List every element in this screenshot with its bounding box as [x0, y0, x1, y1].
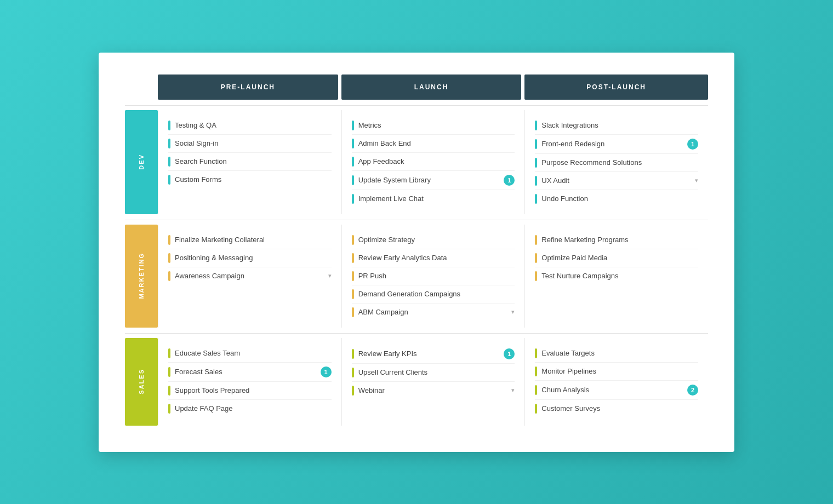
task-item[interactable]: Testing & QA — [168, 117, 332, 135]
task-bar — [535, 176, 537, 186]
task-item[interactable]: Optimize Paid Media — [535, 249, 698, 267]
task-bar — [168, 386, 170, 396]
task-item[interactable]: Upsell Current Clients — [352, 364, 515, 382]
task-name: Forecast Sales — [175, 368, 222, 376]
task-bar — [535, 385, 537, 395]
task-bar — [352, 121, 354, 130]
task-item[interactable]: Churn Analysis2 — [535, 381, 698, 400]
dropdown-icon[interactable]: ▾ — [695, 177, 698, 184]
task-item[interactable]: UX Audit▾ — [535, 172, 698, 190]
task-item[interactable]: ABM Campaign▾ — [352, 303, 515, 321]
task-name: ABM Campaign — [358, 308, 408, 316]
dropdown-icon[interactable]: ▾ — [511, 308, 515, 316]
col-header-postlaunch: POST-LAUNCH — [524, 75, 708, 100]
task-item[interactable]: App Feedback — [352, 153, 515, 171]
task-name: Update System Library — [358, 176, 431, 184]
task-name: Finalize Marketing Collateral — [175, 236, 265, 244]
rows-container: DEVTesting & QASocial Sign-inSearch Func… — [125, 105, 708, 426]
task-item[interactable]: Custom Forms — [168, 171, 332, 188]
task-bar — [352, 235, 354, 245]
main-card: PRE-LAUNCH LAUNCH POST-LAUNCH DEVTesting… — [99, 53, 734, 452]
cell-sales-prelaunch: Educate Sales TeamForecast Sales1Support… — [158, 338, 341, 426]
task-item[interactable]: Undo Function — [535, 190, 698, 208]
task-name: Educate Sales Team — [175, 349, 240, 357]
task-name: Admin Back End — [358, 139, 411, 147]
task-item[interactable]: Refine Marketing Programs — [535, 231, 698, 249]
dropdown-icon[interactable]: ▾ — [328, 272, 332, 279]
task-item[interactable]: Finalize Marketing Collateral — [168, 231, 332, 249]
task-bar — [535, 121, 537, 130]
task-item[interactable]: Update System Library1 — [352, 171, 515, 190]
task-name: Review Early Analytics Data — [358, 254, 447, 262]
task-name: Customer Surveys — [541, 404, 600, 413]
task-item[interactable]: Demand Generation Campaigns — [352, 285, 515, 303]
task-item[interactable]: Monitor Pipelines — [535, 363, 698, 381]
task-item[interactable]: Search Function — [168, 153, 332, 171]
task-name: Optimize Paid Media — [541, 254, 607, 262]
task-item[interactable]: Awareness Campaign▾ — [168, 267, 332, 285]
section-sales: SALESEducate Sales TeamForecast Sales1Su… — [125, 333, 708, 426]
task-bar — [535, 158, 537, 168]
task-bar — [168, 175, 170, 185]
task-name: Awareness Campaign — [175, 272, 244, 280]
task-bar — [352, 271, 354, 281]
task-name: Custom Forms — [175, 175, 221, 184]
cell-marketing-launch: Optimize StrategyReview Early Analytics … — [341, 225, 525, 328]
task-item[interactable]: Evaluate Targets — [535, 345, 698, 363]
task-name: Social Sign-in — [175, 139, 219, 147]
task-name: Implement Live Chat — [358, 194, 424, 203]
task-bar — [535, 139, 537, 149]
task-item[interactable]: Admin Back End — [352, 135, 515, 153]
task-item[interactable]: Educate Sales Team — [168, 345, 332, 363]
section-marketing: MARKETINGFinalize Marketing CollateralPo… — [125, 220, 708, 328]
task-item[interactable]: Webinar▾ — [352, 382, 515, 399]
task-item[interactable]: Metrics — [352, 117, 515, 135]
dropdown-icon[interactable]: ▾ — [511, 387, 515, 394]
task-name: Search Function — [175, 157, 227, 165]
row-label-text-sales: SALES — [138, 369, 145, 394]
task-item[interactable]: Purpose Recommend Solutions — [535, 154, 698, 172]
task-bar — [168, 348, 170, 358]
task-item[interactable]: PR Push — [352, 267, 515, 285]
task-item[interactable]: Test Nurture Campaigns — [535, 267, 698, 285]
task-item[interactable]: Review Early KPIs1 — [352, 345, 515, 364]
task-name: PR Push — [358, 272, 386, 280]
task-item[interactable]: Social Sign-in — [168, 135, 332, 153]
task-item[interactable]: Update FAQ Page — [168, 400, 332, 417]
cell-sales-postlaunch: Evaluate TargetsMonitor PipelinesChurn A… — [524, 338, 708, 426]
task-name: Review Early KPIs — [358, 350, 417, 358]
task-item[interactable]: Positioning & Messaging — [168, 249, 332, 267]
task-bar — [168, 139, 170, 148]
task-bar — [352, 307, 354, 317]
task-bar — [352, 253, 354, 263]
cell-marketing-postlaunch: Refine Marketing ProgramsOptimize Paid M… — [524, 225, 708, 328]
row-label-dev: DEV — [125, 110, 158, 214]
task-bar — [535, 235, 537, 245]
task-bar — [535, 348, 537, 358]
task-bar — [168, 235, 170, 245]
task-item[interactable]: Optimize Strategy — [352, 231, 515, 249]
task-bar — [352, 175, 354, 185]
task-name: Demand Generation Campaigns — [358, 290, 460, 298]
task-item[interactable]: Review Early Analytics Data — [352, 249, 515, 267]
task-name: UX Audit — [541, 176, 569, 185]
task-name: Metrics — [358, 121, 381, 129]
task-name: Refine Marketing Programs — [541, 236, 628, 244]
task-bar — [168, 367, 170, 377]
task-item[interactable]: Customer Surveys — [535, 400, 698, 417]
task-item[interactable]: Implement Live Chat — [352, 190, 515, 208]
task-badge: 2 — [687, 385, 698, 396]
cell-sales-launch: Review Early KPIs1Upsell Current Clients… — [341, 338, 525, 426]
task-bar — [352, 289, 354, 299]
corner-cell — [125, 75, 158, 100]
task-bar — [535, 253, 537, 263]
task-item[interactable]: Forecast Sales1 — [168, 363, 332, 382]
section-dev: DEVTesting & QASocial Sign-inSearch Func… — [125, 105, 708, 214]
task-name: Purpose Recommend Solutions — [541, 158, 642, 167]
task-bar — [352, 157, 354, 167]
task-item[interactable]: Front-end Redesign1 — [535, 135, 698, 154]
task-item[interactable]: Support Tools Prepared — [168, 382, 332, 400]
task-item[interactable]: Slack Integrations — [535, 117, 698, 135]
task-badge: 1 — [504, 348, 515, 359]
task-name: Testing & QA — [175, 121, 216, 129]
